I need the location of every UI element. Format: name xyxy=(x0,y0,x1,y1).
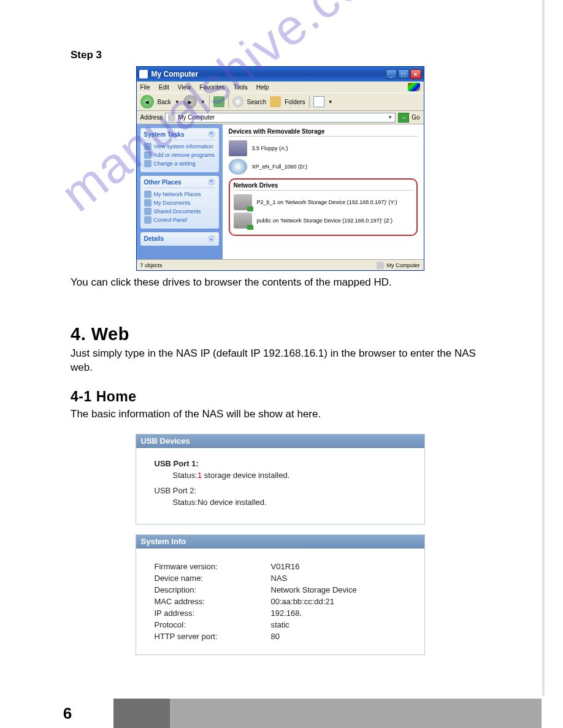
usb-panel-header: USB Devices xyxy=(136,434,424,448)
folder-icon xyxy=(144,199,151,207)
sys-value: 192.168. xyxy=(271,609,302,618)
window-body: System Tasks ⌃ View system information A… xyxy=(137,124,424,259)
up-folder-icon[interactable] xyxy=(213,96,224,107)
place-label: Control Panel xyxy=(154,217,188,223)
views-button[interactable] xyxy=(313,96,324,107)
maximize-button[interactable]: □ xyxy=(398,69,409,79)
place-network[interactable]: My Network Places xyxy=(144,191,215,198)
place-shared[interactable]: Shared Documents xyxy=(144,208,215,215)
sys-value: 80 xyxy=(271,632,280,641)
task-view-info[interactable]: View system information xyxy=(144,143,215,150)
system-tasks-header[interactable]: System Tasks ⌃ xyxy=(144,131,215,140)
minimize-button[interactable]: _ xyxy=(386,69,397,79)
sys-row-protocol: Protocol:static xyxy=(155,620,412,629)
device-label: public on 'Network Storage Device (192.1… xyxy=(257,218,393,224)
xp-explorer-window: My Computer _ □ × File Edit View Favorit… xyxy=(136,66,424,271)
cd-drive[interactable]: XP_eN_Full_1060 (D:) xyxy=(229,159,418,175)
section-home-heading: 4-1 Home xyxy=(71,389,489,405)
network-drive-icon xyxy=(234,194,252,210)
separator xyxy=(209,96,210,108)
forward-dropdown-icon[interactable]: ▼ xyxy=(201,99,205,105)
sys-label: IP address: xyxy=(155,609,271,618)
system-info-body: Firmware version:V01R16 Device name:NAS … xyxy=(136,548,424,654)
menu-help[interactable]: Help xyxy=(256,84,269,91)
sys-value: V01R16 xyxy=(271,562,300,571)
sys-row-ip: IP address:192.168. xyxy=(155,609,412,618)
window-icon xyxy=(139,70,148,78)
system-info-header: System Info xyxy=(136,535,424,548)
search-icon[interactable] xyxy=(232,96,243,107)
setting-icon xyxy=(144,160,151,167)
sys-row-description: Description:Network Storage Device xyxy=(155,585,412,594)
collapse-icon[interactable]: ⌃ xyxy=(208,178,215,186)
search-label[interactable]: Search xyxy=(247,99,267,105)
sys-label: Protocol: xyxy=(155,620,271,629)
menu-file[interactable]: File xyxy=(140,84,150,91)
place-mydocs[interactable]: My Documents xyxy=(144,199,215,207)
other-places-header[interactable]: Other Places ⌃ xyxy=(144,178,215,188)
sys-value: 00:aa:bb:cc:dd:21 xyxy=(271,597,334,606)
menu-edit[interactable]: Edit xyxy=(159,84,169,91)
usb-port1-status: Status:1 storage device installed. xyxy=(155,471,412,480)
address-dropdown-icon[interactable]: ▼ xyxy=(388,115,393,120)
folders-icon[interactable] xyxy=(270,96,281,107)
address-icon xyxy=(168,114,175,121)
place-label: Shared Documents xyxy=(154,208,201,214)
step-heading: Step 3 xyxy=(71,49,489,61)
window-titlebar[interactable]: My Computer _ □ × xyxy=(137,67,424,82)
sys-row-httpport: HTTP server port:80 xyxy=(155,632,412,641)
computer-icon xyxy=(377,262,384,269)
address-value: My Computer xyxy=(178,114,215,121)
device-label: 3.5 Floppy (A:) xyxy=(252,145,288,151)
address-field[interactable]: My Computer ▼ xyxy=(165,113,396,123)
separator xyxy=(309,96,310,108)
sys-value: static xyxy=(271,620,289,629)
network-drives-highlight: Network Drives P2_b_1 on 'Network Storag… xyxy=(229,178,418,236)
sys-row-firmware: Firmware version:V01R16 xyxy=(155,562,412,571)
go-button[interactable]: → xyxy=(398,113,409,123)
sys-label: Firmware version: xyxy=(155,562,271,571)
other-places-pane: Other Places ⌃ My Network Places My Docu… xyxy=(140,176,219,229)
menu-view[interactable]: View xyxy=(178,84,191,91)
details-header[interactable]: Details ⌄ xyxy=(144,235,215,244)
menu-favorites[interactable]: Favorites xyxy=(199,84,224,91)
folder-icon xyxy=(144,208,151,215)
floppy-drive[interactable]: 3.5 Floppy (A:) xyxy=(229,140,418,156)
views-dropdown-icon[interactable]: ▼ xyxy=(328,99,333,105)
details-pane: Details ⌄ xyxy=(140,232,219,246)
cd-icon xyxy=(229,159,247,175)
usb-port1-label: USB Port 1: xyxy=(155,459,412,468)
window-title: My Computer xyxy=(151,70,199,78)
info-icon xyxy=(144,143,151,150)
collapse-icon[interactable]: ⌃ xyxy=(208,131,215,138)
expand-icon[interactable]: ⌄ xyxy=(208,235,215,242)
floppy-icon xyxy=(229,140,247,156)
document-page: Step 3 My Computer _ □ × File Edit View … xyxy=(0,0,563,728)
network-drive-icon xyxy=(234,213,252,229)
menu-tools[interactable]: Tools xyxy=(233,84,247,91)
details-title: Details xyxy=(144,235,164,242)
task-label: Change a setting xyxy=(154,161,196,167)
usb-panel-body: USB Port 1: Status:1 storage device inst… xyxy=(136,448,424,524)
other-places-title: Other Places xyxy=(144,179,182,186)
usb-port2-label: USB Port 2: xyxy=(155,486,412,495)
caption-text: You can click these drives to browser th… xyxy=(71,276,489,290)
back-button[interactable]: ◄ xyxy=(140,95,154,108)
main-content: Devices with Removable Storage 3.5 Flopp… xyxy=(223,124,424,259)
sys-label: MAC address: xyxy=(155,597,271,606)
sys-value: Network Storage Device xyxy=(271,585,357,594)
network-drive-y[interactable]: P2_b_1 on 'Network Storage Device (192.1… xyxy=(234,194,413,210)
place-label: My Documents xyxy=(154,200,191,206)
forward-button[interactable]: ► xyxy=(183,95,197,108)
task-change-setting[interactable]: Change a setting xyxy=(144,160,215,167)
back-dropdown-icon[interactable]: ▼ xyxy=(175,99,180,105)
close-button[interactable]: × xyxy=(410,69,421,79)
status-location: My Computer xyxy=(377,262,419,269)
network-drive-z[interactable]: public on 'Network Storage Device (192.1… xyxy=(234,213,413,229)
separator xyxy=(228,96,229,108)
folders-label[interactable]: Folders xyxy=(285,99,305,105)
page-footer: 6 xyxy=(21,699,542,728)
place-control[interactable]: Control Panel xyxy=(144,216,215,224)
programs-icon xyxy=(144,151,151,159)
task-add-remove[interactable]: Add or remove programs xyxy=(144,151,215,159)
